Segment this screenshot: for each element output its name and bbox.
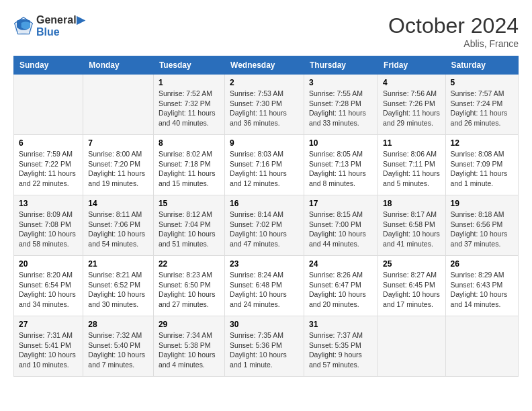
day-number: 12	[451, 138, 513, 148]
calendar-cell: 14Sunrise: 8:11 AMSunset: 7:06 PMDayligh…	[83, 195, 154, 256]
day-number: 6	[19, 138, 78, 148]
column-header-friday: Friday	[378, 56, 445, 75]
week-row-3: 13Sunrise: 8:09 AMSunset: 7:08 PMDayligh…	[14, 195, 519, 256]
day-info: Sunrise: 8:18 AMSunset: 6:56 PMDaylight:…	[451, 210, 513, 249]
day-number: 18	[383, 199, 440, 208]
calendar-cell: 26Sunrise: 8:29 AMSunset: 6:43 PMDayligh…	[445, 256, 518, 316]
column-header-tuesday: Tuesday	[153, 56, 224, 75]
calendar-cell: 3Sunrise: 7:55 AMSunset: 7:28 PMDaylight…	[304, 75, 378, 135]
calendar-cell: 21Sunrise: 8:21 AMSunset: 6:52 PMDayligh…	[83, 256, 154, 316]
calendar-cell: 11Sunrise: 8:06 AMSunset: 7:11 PMDayligh…	[378, 135, 445, 195]
day-number: 13	[19, 199, 78, 208]
location: Ablis, France	[388, 38, 519, 49]
column-header-monday: Monday	[83, 56, 154, 75]
calendar-cell: 31Sunrise: 7:37 AMSunset: 5:35 PMDayligh…	[304, 316, 378, 377]
calendar-cell: 29Sunrise: 7:34 AMSunset: 5:38 PMDayligh…	[153, 316, 224, 377]
day-number: 28	[88, 320, 148, 329]
calendar-cell: 10Sunrise: 8:05 AMSunset: 7:13 PMDayligh…	[304, 135, 378, 195]
day-number: 21	[88, 259, 148, 269]
calendar-cell: 12Sunrise: 8:08 AMSunset: 7:09 PMDayligh…	[445, 135, 518, 195]
day-info: Sunrise: 8:24 AMSunset: 6:48 PMDaylight:…	[230, 270, 299, 310]
day-info: Sunrise: 8:05 AMSunset: 7:13 PMDaylight:…	[309, 149, 373, 189]
calendar-cell: 13Sunrise: 8:09 AMSunset: 7:08 PMDayligh…	[14, 195, 83, 256]
day-info: Sunrise: 8:20 AMSunset: 6:54 PMDaylight:…	[19, 270, 78, 310]
day-info: Sunrise: 8:29 AMSunset: 6:43 PMDaylight:…	[451, 270, 513, 310]
day-number: 17	[309, 199, 373, 208]
month-title: October 2024	[388, 13, 519, 38]
day-info: Sunrise: 8:14 AMSunset: 7:02 PMDaylight:…	[230, 210, 299, 249]
week-row-5: 27Sunrise: 7:31 AMSunset: 5:41 PMDayligh…	[14, 316, 519, 377]
day-info: Sunrise: 8:11 AMSunset: 7:06 PMDaylight:…	[88, 210, 148, 249]
day-info: Sunrise: 8:17 AMSunset: 6:58 PMDaylight:…	[383, 210, 440, 249]
day-info: Sunrise: 8:23 AMSunset: 6:50 PMDaylight:…	[159, 270, 220, 310]
day-number: 22	[159, 259, 220, 269]
calendar-cell: 2Sunrise: 7:53 AMSunset: 7:30 PMDaylight…	[225, 75, 304, 135]
calendar-cell: 20Sunrise: 8:20 AMSunset: 6:54 PMDayligh…	[14, 256, 83, 316]
day-info: Sunrise: 7:56 AMSunset: 7:26 PMDaylight:…	[383, 89, 440, 128]
calendar-cell: 7Sunrise: 8:00 AMSunset: 7:20 PMDaylight…	[83, 135, 154, 195]
day-info: Sunrise: 7:52 AMSunset: 7:32 PMDaylight:…	[159, 89, 220, 128]
logo-icon	[13, 16, 34, 36]
calendar-cell	[445, 316, 518, 377]
logo: General▶ Blue	[13, 13, 85, 38]
day-info: Sunrise: 8:00 AMSunset: 7:20 PMDaylight:…	[88, 149, 148, 189]
day-info: Sunrise: 8:02 AMSunset: 7:18 PMDaylight:…	[159, 149, 220, 189]
calendar-cell: 5Sunrise: 7:57 AMSunset: 7:24 PMDaylight…	[445, 75, 518, 135]
day-info: Sunrise: 8:12 AMSunset: 7:04 PMDaylight:…	[159, 210, 220, 249]
day-number: 7	[88, 138, 148, 148]
calendar-cell: 28Sunrise: 7:32 AMSunset: 5:40 PMDayligh…	[83, 316, 154, 377]
calendar-cell: 27Sunrise: 7:31 AMSunset: 5:41 PMDayligh…	[14, 316, 83, 377]
day-number: 27	[19, 320, 78, 329]
calendar-cell: 24Sunrise: 8:26 AMSunset: 6:47 PMDayligh…	[304, 256, 378, 316]
day-number: 5	[451, 78, 513, 87]
day-number: 4	[383, 78, 440, 87]
day-number: 30	[230, 320, 299, 329]
calendar-cell: 15Sunrise: 8:12 AMSunset: 7:04 PMDayligh…	[153, 195, 224, 256]
calendar-cell: 19Sunrise: 8:18 AMSunset: 6:56 PMDayligh…	[445, 195, 518, 256]
week-row-1: 1Sunrise: 7:52 AMSunset: 7:32 PMDaylight…	[14, 75, 519, 135]
calendar-cell: 25Sunrise: 8:27 AMSunset: 6:45 PMDayligh…	[378, 256, 445, 316]
day-info: Sunrise: 7:31 AMSunset: 5:41 PMDaylight:…	[19, 330, 78, 370]
title-area: October 2024 Ablis, France	[388, 13, 519, 49]
calendar-cell: 23Sunrise: 8:24 AMSunset: 6:48 PMDayligh…	[225, 256, 304, 316]
calendar-cell: 16Sunrise: 8:14 AMSunset: 7:02 PMDayligh…	[225, 195, 304, 256]
day-number: 16	[230, 199, 299, 208]
calendar-cell: 22Sunrise: 8:23 AMSunset: 6:50 PMDayligh…	[153, 256, 224, 316]
column-header-sunday: Sunday	[14, 56, 83, 75]
day-info: Sunrise: 8:08 AMSunset: 7:09 PMDaylight:…	[451, 149, 513, 189]
day-number: 26	[451, 259, 513, 269]
calendar-cell: 18Sunrise: 8:17 AMSunset: 6:58 PMDayligh…	[378, 195, 445, 256]
day-info: Sunrise: 8:15 AMSunset: 7:00 PMDaylight:…	[309, 210, 373, 249]
column-header-wednesday: Wednesday	[225, 56, 304, 75]
day-number: 14	[88, 199, 148, 208]
day-info: Sunrise: 7:57 AMSunset: 7:24 PMDaylight:…	[451, 89, 513, 128]
calendar-table: SundayMondayTuesdayWednesdayThursdayFrid…	[13, 56, 519, 377]
day-number: 2	[230, 78, 299, 87]
day-info: Sunrise: 8:21 AMSunset: 6:52 PMDaylight:…	[88, 270, 148, 310]
day-info: Sunrise: 8:27 AMSunset: 6:45 PMDaylight:…	[383, 270, 440, 310]
day-number: 20	[19, 259, 78, 269]
day-number: 1	[159, 78, 220, 87]
day-info: Sunrise: 7:59 AMSunset: 7:22 PMDaylight:…	[19, 149, 78, 189]
column-header-thursday: Thursday	[304, 56, 378, 75]
day-info: Sunrise: 7:55 AMSunset: 7:28 PMDaylight:…	[309, 89, 373, 128]
day-info: Sunrise: 7:32 AMSunset: 5:40 PMDaylight:…	[88, 330, 148, 370]
day-info: Sunrise: 8:09 AMSunset: 7:08 PMDaylight:…	[19, 210, 78, 249]
day-info: Sunrise: 7:37 AMSunset: 5:35 PMDaylight:…	[309, 330, 373, 370]
day-info: Sunrise: 8:03 AMSunset: 7:16 PMDaylight:…	[230, 149, 299, 189]
calendar-cell: 8Sunrise: 8:02 AMSunset: 7:18 PMDaylight…	[153, 135, 224, 195]
day-number: 25	[383, 259, 440, 269]
week-row-2: 6Sunrise: 7:59 AMSunset: 7:22 PMDaylight…	[14, 135, 519, 195]
day-number: 19	[451, 199, 513, 208]
calendar-cell: 4Sunrise: 7:56 AMSunset: 7:26 PMDaylight…	[378, 75, 445, 135]
calendar-cell: 1Sunrise: 7:52 AMSunset: 7:32 PMDaylight…	[153, 75, 224, 135]
day-info: Sunrise: 8:06 AMSunset: 7:11 PMDaylight:…	[383, 149, 440, 189]
calendar-cell: 30Sunrise: 7:35 AMSunset: 5:36 PMDayligh…	[225, 316, 304, 377]
calendar-cell	[14, 75, 83, 135]
day-number: 24	[309, 259, 373, 269]
day-number: 31	[309, 320, 373, 329]
day-number: 15	[159, 199, 220, 208]
day-number: 10	[309, 138, 373, 148]
day-info: Sunrise: 7:34 AMSunset: 5:38 PMDaylight:…	[159, 330, 220, 370]
day-number: 11	[383, 138, 440, 148]
